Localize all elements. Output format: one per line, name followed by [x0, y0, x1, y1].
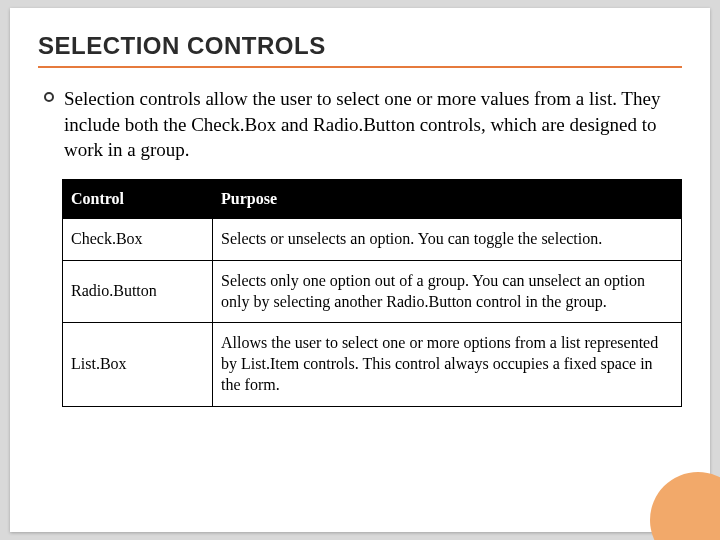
- slide-paragraph: Selection controls allow the user to sel…: [64, 86, 682, 163]
- cell-purpose: Allows the user to select one or more op…: [213, 323, 682, 406]
- cell-control: Check.Box: [63, 218, 213, 260]
- cell-purpose: Selects or unselects an option. You can …: [213, 218, 682, 260]
- cell-purpose: Selects only one option out of a group. …: [213, 260, 682, 323]
- body-row: Selection controls allow the user to sel…: [38, 86, 682, 163]
- bullet-icon: [44, 92, 54, 102]
- table-header-row: Control Purpose: [63, 179, 682, 218]
- header-control: Control: [63, 179, 213, 218]
- controls-table: Control Purpose Check.Box Selects or uns…: [62, 179, 682, 407]
- table-row: List.Box Allows the user to select one o…: [63, 323, 682, 406]
- slide: SELECTION CONTROLS Selection controls al…: [10, 8, 710, 532]
- table-row: Check.Box Selects or unselects an option…: [63, 218, 682, 260]
- header-purpose: Purpose: [213, 179, 682, 218]
- table-row: Radio.Button Selects only one option out…: [63, 260, 682, 323]
- slide-title: SELECTION CONTROLS: [38, 32, 682, 68]
- cell-control: List.Box: [63, 323, 213, 406]
- decorative-circle: [650, 472, 720, 540]
- cell-control: Radio.Button: [63, 260, 213, 323]
